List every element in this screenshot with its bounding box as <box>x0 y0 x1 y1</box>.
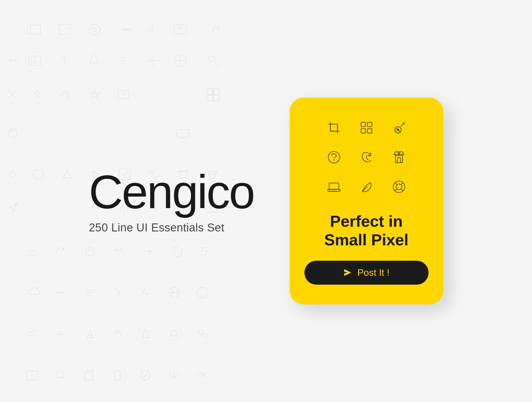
feature-card: Perfect in Small Pixel Post It ! <box>290 98 443 304</box>
lifebuoy-icon <box>389 176 409 197</box>
left-section: Cengico 250 Line UI Essentials Set <box>89 168 254 234</box>
svg-line-100 <box>401 183 403 184</box>
svg-line-102 <box>401 189 403 191</box>
crop-icon <box>324 117 344 138</box>
subtitle: 250 Line UI Essentials Set <box>89 221 224 234</box>
card-headline-line1: Perfect in <box>324 212 408 230</box>
shop-icon <box>389 147 409 168</box>
svg-point-92 <box>328 152 340 163</box>
card-headline: Perfect in Small Pixel <box>324 212 408 249</box>
grid-icon <box>356 117 377 138</box>
leaf-icon <box>356 176 377 197</box>
svg-line-101 <box>395 189 396 191</box>
laptop-icon <box>324 176 344 197</box>
history-icon <box>356 147 377 168</box>
post-it-button[interactable]: Post It ! <box>304 261 429 285</box>
svg-point-98 <box>396 184 402 190</box>
svg-line-91 <box>396 128 400 132</box>
guitar-icon <box>389 117 409 138</box>
svg-rect-84 <box>361 122 365 127</box>
main-title: Cengico <box>89 168 254 215</box>
svg-line-99 <box>395 183 396 184</box>
svg-point-93 <box>333 159 334 160</box>
post-it-label: Post It ! <box>357 267 389 278</box>
svg-rect-95 <box>329 183 338 189</box>
card-headline-line2: Small Pixel <box>324 231 408 249</box>
icons-grid <box>324 117 409 197</box>
send-icon <box>343 268 352 277</box>
svg-rect-83 <box>330 124 338 132</box>
main-container: Cengico 250 Line UI Essentials Set <box>0 0 532 402</box>
svg-rect-87 <box>367 129 372 133</box>
svg-rect-85 <box>367 122 372 127</box>
question-circle-icon <box>324 147 344 168</box>
svg-rect-86 <box>361 129 365 133</box>
